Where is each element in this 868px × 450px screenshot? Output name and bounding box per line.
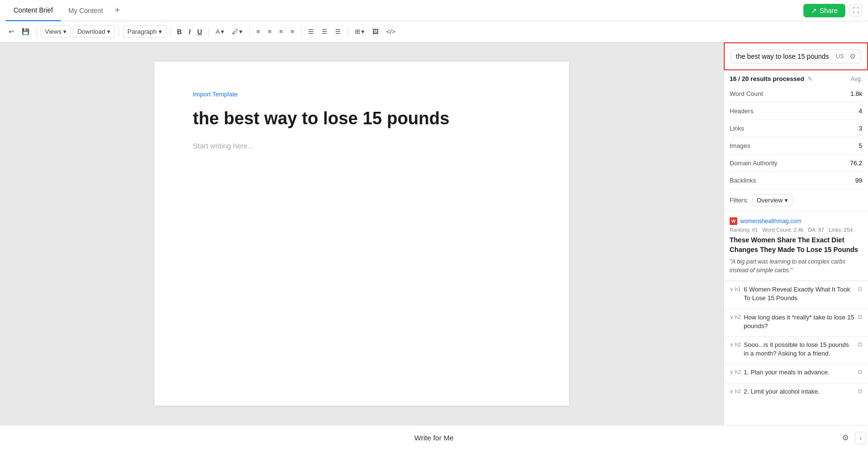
search-input[interactable] [736, 53, 832, 60]
header-text[interactable]: 1. Plan your meals in advance. [744, 368, 829, 377]
header-text[interactable]: 6 Women Reveal Exactly What It Took To L… [744, 285, 855, 303]
stats-label: Headers [730, 107, 753, 115]
paragraph-dropdown[interactable]: Paragraph ▾ [123, 26, 166, 38]
stats-rows: Word Count 1.8k Headers 4 Links 3 Images… [730, 85, 862, 189]
result-title[interactable]: These Women Share The Exact Diet Changes… [730, 236, 862, 254]
results-list: W womenshealthmag.com Ranking: #1 Word C… [724, 212, 868, 425]
code-button[interactable]: </> [383, 26, 398, 37]
table-icon: ⊞ [355, 28, 360, 35]
search-box-area: US ⚙ [724, 42, 868, 70]
editor-placeholder[interactable]: Start writing here... [193, 142, 530, 150]
result-snippet: "A big part was learning to eat complex … [730, 257, 862, 275]
header-text[interactable]: How long does it *really* take to lose 1… [744, 313, 855, 331]
share-button[interactable]: ↗ Share [803, 4, 845, 17]
share-icon: ↗ [811, 7, 817, 14]
font-color-button[interactable]: A ▾ [213, 26, 227, 37]
tab-my-content[interactable]: My Content [61, 0, 111, 21]
align-center-button[interactable]: ≡ [265, 26, 274, 37]
stats-value: 5 [859, 142, 862, 149]
justify-button[interactable]: ≡ [288, 26, 298, 37]
views-dropdown[interactable]: Views ▾ [41, 26, 71, 38]
edit-icon[interactable]: ✎ [808, 76, 813, 82]
stats-row: Links 3 [730, 120, 862, 137]
header-tag-label: ∨ h1 [730, 286, 741, 292]
editor-area[interactable]: Import Template the best way to lose 15 … [0, 42, 723, 425]
copy-icon[interactable]: ⧉ [858, 313, 862, 321]
main-layout: Import Template the best way to lose 15 … [0, 42, 868, 425]
site-favicon: W [730, 217, 737, 225]
stats-label: Images [730, 142, 750, 149]
header-tag-row: ∨ h2 How long does it *really* take to l… [730, 313, 862, 331]
header-section: ∨ h2 1. Plan your meals in advance. ⧉ [724, 364, 868, 383]
header-tag-row: ∨ h2 1. Plan your meals in advance. ⧉ [730, 368, 862, 377]
bottom-bar: Write for Me ⚙ ‹ [0, 425, 868, 450]
header-section: ∨ h2 How long does it *really* take to l… [724, 309, 868, 336]
italic-button[interactable]: I [186, 26, 193, 38]
stats-section: 16 / 20 results processed ✎ Avg. Word Co… [724, 70, 868, 189]
import-template-link[interactable]: Import Template [193, 91, 530, 98]
toolbar-separator-5 [249, 27, 250, 37]
write-for-me-button[interactable]: Write for Me [414, 434, 453, 442]
search-input-row: US ⚙ [731, 49, 861, 64]
check-list-icon: ☰ [335, 28, 341, 35]
number-list-icon: ☰ [322, 28, 327, 35]
header-section: ∨ h1 6 Women Reveal Exactly What It Took… [724, 281, 868, 308]
image-icon: 🖼 [372, 28, 379, 35]
editor-page: Import Template the best way to lose 15 … [154, 62, 569, 406]
code-icon: </> [386, 28, 395, 35]
chevron-down-icon: ▾ [221, 28, 224, 35]
font-color-icon: A [216, 28, 220, 35]
copy-icon[interactable]: ⧉ [858, 387, 862, 395]
highlight-button[interactable]: 🖊 ▾ [229, 26, 245, 37]
download-dropdown[interactable]: Download ▾ [73, 26, 115, 38]
number-list-button[interactable]: ☰ [319, 26, 330, 37]
header-text[interactable]: Sooo...is it possible to lose 15 pounds … [744, 341, 855, 358]
tab-content-brief[interactable]: Content Brief [6, 0, 61, 21]
stats-value: 3 [859, 125, 862, 132]
copy-icon[interactable]: ⧉ [858, 341, 862, 348]
copy-icon[interactable]: ⧉ [858, 368, 862, 376]
collapse-panel-button[interactable]: ‹ [855, 432, 866, 444]
write-settings-icon[interactable]: ⚙ [842, 433, 849, 442]
chevron-down-icon: ▾ [159, 28, 162, 35]
header-text[interactable]: 2. Limit your alcohol intake. [744, 387, 820, 396]
bullet-list-button[interactable]: ☰ [305, 26, 317, 37]
site-url[interactable]: womenshealthmag.com [740, 218, 801, 225]
stats-row: Domain Authority 76.2 [730, 155, 862, 172]
expand-button[interactable]: ⛶ [849, 4, 862, 16]
undo-button[interactable]: ↩ [6, 26, 17, 37]
header-tag-label: ∨ h2 [730, 342, 741, 348]
header-tag-row: ∨ h2 2. Limit your alcohol intake. ⧉ [730, 387, 862, 396]
search-settings-icon[interactable]: ⚙ [850, 53, 856, 60]
check-list-button[interactable]: ☰ [332, 26, 344, 37]
filter-selected-label: Overview [757, 197, 783, 204]
align-right-icon: ≡ [279, 28, 283, 35]
header-section: ∨ h2 Sooo...is it possible to lose 15 po… [724, 336, 868, 364]
header-tag-label: ∨ h2 [730, 388, 741, 395]
chevron-down-icon: ▾ [239, 28, 243, 35]
results-count: 16 / 20 results processed [730, 75, 804, 82]
save-button[interactable]: 💾 [19, 26, 32, 37]
toolbar-separator-6 [301, 27, 301, 37]
undo-icon: ↩ [9, 28, 14, 35]
toolbar-separator-7 [348, 27, 348, 37]
align-left-button[interactable]: ≡ [254, 26, 263, 37]
filter-overview-dropdown[interactable]: Overview ▾ [752, 194, 792, 206]
stats-value: 1.8k [850, 90, 862, 97]
stats-row: Headers 4 [730, 103, 862, 120]
table-button[interactable]: ⊞ ▾ [352, 26, 367, 37]
stats-row: Images 5 [730, 137, 862, 155]
image-button[interactable]: 🖼 [369, 26, 381, 37]
document-title[interactable]: the best way to lose 15 pounds [193, 107, 530, 130]
underline-button[interactable]: U [195, 26, 204, 38]
stats-label: Links [730, 125, 744, 132]
align-right-button[interactable]: ≡ [276, 26, 286, 37]
header-section: ∨ h2 2. Limit your alcohol intake. ⧉ [724, 383, 868, 402]
copy-icon[interactable]: ⧉ [858, 285, 862, 293]
tab-add-button[interactable]: + [110, 4, 124, 17]
chevron-down-icon: ▾ [785, 197, 788, 204]
bold-button[interactable]: B [175, 26, 184, 38]
result-site-row: W womenshealthmag.com [730, 217, 862, 225]
filters-label: Filters: [730, 197, 748, 204]
chevron-down-icon: ▾ [107, 28, 110, 35]
